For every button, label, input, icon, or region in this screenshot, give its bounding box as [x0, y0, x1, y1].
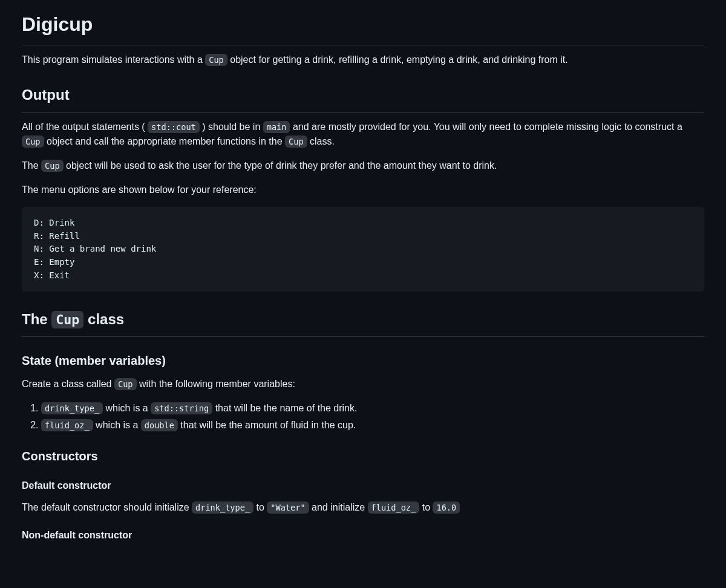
text: Create a class called [22, 379, 114, 389]
code-fluid-oz: fluid_oz_ [41, 419, 93, 431]
text: This program simulates interactions with… [22, 54, 205, 65]
text: and initialize [309, 502, 368, 512]
text: The [22, 160, 41, 171]
output-heading: Output [22, 84, 704, 113]
text: object for getting a drink, refilling a … [227, 54, 568, 65]
state-paragraph: Create a class called Cup with the follo… [22, 377, 704, 391]
text: All of the output statements ( [22, 122, 148, 132]
text: The default constructor should initializ… [22, 502, 192, 512]
code-16: 16.0 [433, 501, 460, 514]
code-cup: Cup [41, 160, 64, 172]
code-main: main [263, 121, 290, 133]
text: which is a [103, 403, 151, 413]
document-root: Digicup This program simulates interacti… [0, 0, 726, 572]
text: The [22, 311, 51, 327]
list-item: drink_type_ which is a std::string that … [41, 401, 704, 416]
intro-paragraph: This program simulates interactions with… [22, 53, 704, 67]
constructors-heading: Constructors [22, 447, 704, 465]
default-ctor-paragraph: The default constructor should initializ… [22, 500, 704, 515]
page-title: Digicup [22, 10, 704, 45]
text: with the following member variables: [137, 379, 295, 389]
text: object will be used to ask the user for … [64, 160, 497, 171]
code-drink-type: drink_type_ [41, 402, 103, 414]
text: to [253, 502, 267, 512]
code-double: double [141, 419, 178, 431]
code-drink-type: drink_type_ [192, 501, 253, 514]
text: class. [307, 136, 335, 146]
text: object and call the appropriate member f… [44, 136, 285, 146]
text: which is a [93, 420, 141, 430]
member-variable-list: drink_type_ which is a std::string that … [22, 401, 704, 433]
state-heading: State (member variables) [22, 351, 704, 370]
code-water: "Water" [267, 501, 309, 514]
output-p1: All of the output statements ( std::cout… [22, 120, 704, 149]
code-cup: Cup [22, 136, 44, 148]
output-p3: The menu options are shown below for you… [22, 183, 704, 197]
code-cup: Cup [114, 378, 137, 390]
code-cup: Cup [285, 136, 307, 148]
code-stdstring: std::string [151, 402, 212, 414]
list-item: fluid_oz_ which is a double that will be… [41, 418, 704, 433]
text: that will be the name of the drink. [212, 403, 357, 413]
text: ) should be in [200, 122, 263, 132]
text: to [419, 502, 433, 512]
code-stdcout: std::cout [148, 121, 200, 133]
text: that will be the amount of fluid in the … [178, 420, 356, 430]
text: and are mostly provided for you. You wil… [290, 122, 682, 132]
cup-class-heading: The Cup class [22, 309, 704, 337]
text: class [83, 311, 124, 327]
code-cup: Cup [51, 311, 83, 328]
menu-code-block: D: Drink R: Refill N: Get a brand new dr… [22, 207, 704, 292]
code-fluid-oz: fluid_oz_ [368, 501, 420, 514]
default-ctor-heading: Default constructor [22, 479, 704, 493]
nondefault-ctor-heading: Non-default constructor [22, 528, 704, 543]
output-p2: The Cup object will be used to ask the u… [22, 158, 704, 173]
code-cup: Cup [205, 54, 227, 66]
